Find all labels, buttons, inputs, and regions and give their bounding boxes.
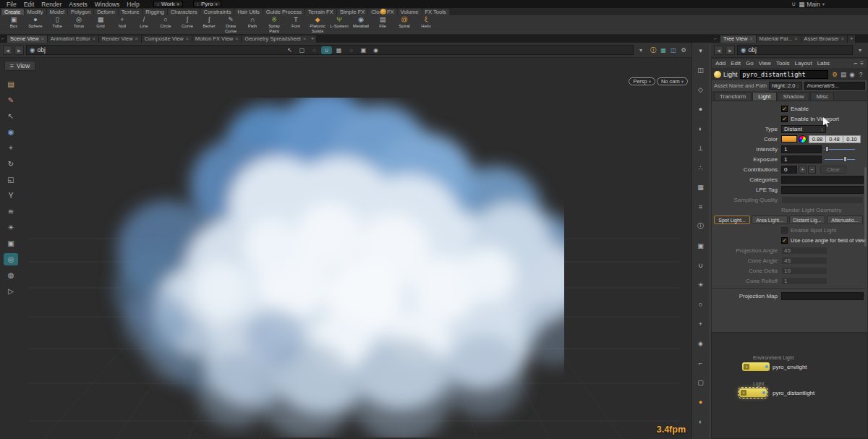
pane-tab-composite-view[interactable]: Composite View ×	[142, 35, 192, 43]
pane-tab-asset-browser[interactable]: Asset Browser ×	[801, 35, 847, 43]
remove-contribution-button[interactable]: −	[808, 166, 816, 174]
back-button[interactable]: ◀	[714, 46, 723, 55]
lock-view-icon[interactable]: ◉	[370, 46, 381, 54]
presets-icon[interactable]: ▤	[839, 71, 848, 78]
persp-toggle-icon[interactable]: ◫	[695, 65, 707, 74]
shelf-tool-metaball[interactable]: ◉ Metaball	[350, 16, 372, 34]
area-light-button[interactable]: Area Light...	[752, 216, 788, 224]
params-menu-layout[interactable]: Layout	[795, 60, 812, 67]
tab-transform[interactable]: Transform	[714, 92, 752, 101]
points-display-icon[interactable]: ∴	[695, 163, 707, 172]
enable-checkbox[interactable]: ✓	[781, 106, 788, 112]
exposure-field[interactable]: 1	[781, 155, 822, 163]
pane-tab-scene-view[interactable]: Scene View ×	[7, 35, 47, 43]
shelf-tool-torus[interactable]: ◎ Torus	[68, 16, 90, 34]
shelf-tool-sphere[interactable]: ● Sphere	[25, 16, 46, 34]
gear-icon[interactable]: ⚙	[830, 71, 839, 78]
exposure-slider[interactable]	[825, 155, 855, 163]
shelf-tab-deform[interactable]: Deform	[94, 9, 118, 15]
viewport-layout-icon[interactable]: ▦	[658, 46, 668, 55]
flipbook-icon[interactable]: ▷	[4, 285, 18, 297]
display-flag[interactable]	[765, 365, 768, 368]
close-tab-icon[interactable]: ×	[41, 36, 44, 41]
pose-icon[interactable]: Y	[4, 189, 18, 202]
network-editor[interactable]: Environment Light ☀ pyro_envlight Light …	[711, 333, 868, 439]
attenuation-button[interactable]: Attenuatio...	[827, 216, 863, 224]
shelf-tab-simple-fx[interactable]: Simple FX	[337, 9, 368, 15]
distant-light-node[interactable]: ☀	[739, 388, 767, 397]
projection-map-field[interactable]	[781, 292, 864, 300]
wireframe-icon[interactable]: ◇	[695, 85, 707, 94]
shelf-tool-draw-curve[interactable]: ✎ Draw Curve	[220, 16, 242, 34]
headlight-icon[interactable]: ○	[695, 299, 707, 309]
menu-edit[interactable]: Edit	[20, 1, 38, 8]
shelf-tool-circle[interactable]: ○ Circle	[155, 16, 176, 34]
tab-misc[interactable]: Misc	[810, 92, 833, 101]
shelf-tool-l-system[interactable]: Ψ L-System	[328, 16, 350, 34]
color-wheel-icon[interactable]	[799, 135, 807, 143]
pin-panel-icon[interactable]: ⌐	[854, 60, 858, 67]
intensity-slider[interactable]	[825, 145, 855, 153]
render-region-icon[interactable]: ◍	[4, 269, 18, 281]
shelf-tab-terrain-fx[interactable]: Terrain FX	[305, 9, 336, 15]
shelf-tool-tube[interactable]: ▯ Tube	[46, 16, 68, 34]
camera-selector[interactable]: No cam ▾	[657, 77, 688, 85]
shelf-tool-helix[interactable]: ξ Helix	[415, 16, 437, 34]
translate-icon[interactable]: +	[4, 142, 18, 154]
shelf-tool-box[interactable]: ▣ Box	[3, 16, 25, 34]
node-name-field[interactable]: pyro_distantlight	[740, 70, 828, 79]
menu-render[interactable]: Render	[38, 1, 65, 8]
grid-display-icon[interactable]: ▦	[695, 182, 707, 192]
background-image-icon[interactable]: ▢	[695, 378, 707, 387]
close-tab-icon[interactable]: ×	[794, 36, 797, 41]
light-tool-icon[interactable]: ☀	[4, 221, 18, 234]
color-r-field[interactable]: 0.88	[809, 135, 826, 143]
spot-light-button[interactable]: Spot Light...	[714, 216, 750, 224]
projection-selector[interactable]: Persp ▾	[629, 77, 655, 85]
scene-viewport[interactable]: ≡ View Persp ▾ No cam ▾ 3.4fpm	[0, 58, 692, 439]
pane-tab-material-palette[interactable]: Material Pal... ×	[757, 35, 801, 43]
shelf-tab-fx-tools[interactable]: FX Tools	[422, 9, 449, 15]
import-icon[interactable]: ▤	[4, 78, 18, 90]
shelf-tab-polygon[interactable]: Polygon	[68, 9, 93, 15]
contributions-field[interactable]: 0	[781, 166, 797, 174]
params-menu-labs[interactable]: Labs	[817, 60, 830, 67]
camera-view-icon[interactable]: ▣	[695, 241, 707, 250]
shelf-tool-bezier[interactable]: ∫ Bezier	[198, 16, 220, 34]
close-tab-icon[interactable]: ×	[135, 36, 138, 41]
shelf-tool-null[interactable]: + Null	[111, 16, 133, 34]
close-tab-icon[interactable]: ×	[841, 36, 844, 41]
new-tab-button[interactable]: +	[848, 35, 855, 43]
shelf-tool-grid[interactable]: ▦ Grid	[90, 16, 111, 34]
pane-tab-motion-fx-view[interactable]: Motion FX View ×	[192, 35, 241, 43]
intensity-field[interactable]: 1	[781, 145, 822, 153]
help-icon[interactable]: ?	[856, 71, 865, 78]
ghost-other-objects-icon[interactable]: ◌	[346, 46, 357, 54]
shelf-gear-icon[interactable]	[380, 9, 386, 14]
grid-snap-icon[interactable]: ▦	[333, 46, 344, 54]
params-menu-edit[interactable]: Edit	[731, 60, 741, 67]
shelf-tab-rigging[interactable]: Rigging	[142, 9, 166, 15]
shelf-tab-guide-process[interactable]: Guide Process	[263, 9, 305, 15]
measure-icon[interactable]: ⌐	[695, 358, 707, 367]
scale-icon[interactable]: ◱	[4, 174, 18, 186]
pane-tab-tree-view[interactable]: Tree View ×	[720, 35, 755, 43]
view-tool-icon[interactable]: ◎	[4, 253, 18, 265]
params-scrollbar[interactable]	[864, 167, 867, 247]
close-tab-icon[interactable]: ×	[303, 36, 306, 41]
pin-icon[interactable]: ⌐	[0, 36, 6, 41]
shelf-tool-file[interactable]: ▤ File	[372, 16, 393, 34]
snapshot-icon[interactable]: ◫	[668, 46, 678, 55]
snap-icon[interactable]: ∪	[695, 260, 707, 270]
params-menu-view[interactable]: View	[759, 60, 771, 67]
shelf-tool-spray-paint[interactable]: ※ Spray Paint	[263, 16, 285, 34]
use-cone-checkbox[interactable]: ✓	[781, 237, 788, 244]
forward-button[interactable]: ▶	[14, 46, 24, 55]
shelf-tab-volume[interactable]: Volume	[398, 9, 422, 15]
dynamics-icon[interactable]: ≋	[4, 205, 18, 218]
axis-gnomon-icon[interactable]: +	[695, 319, 707, 328]
view-current-icon[interactable]: ▣	[358, 46, 369, 54]
chevron-down-icon[interactable]: ▾	[636, 46, 646, 55]
secure-selection-icon[interactable]: ◉	[4, 126, 18, 138]
tab-light[interactable]: Light	[752, 92, 776, 101]
